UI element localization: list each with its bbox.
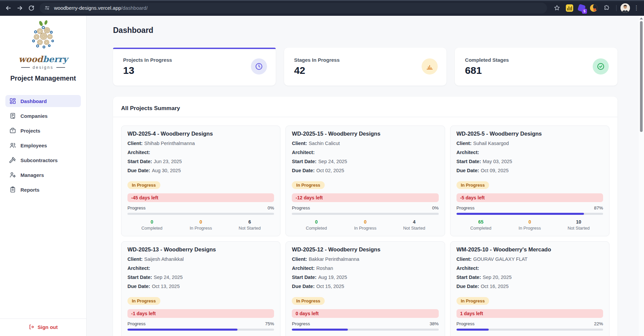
extension-purple-icon[interactable]: 5 — [577, 3, 587, 13]
back-button[interactable] — [3, 2, 14, 14]
reload-icon — [28, 5, 35, 11]
project-architect-row: Architect: — [127, 266, 274, 271]
puzzle-icon — [603, 5, 610, 11]
panel-title: All Projects Summary — [121, 105, 609, 112]
progress-fill — [292, 329, 347, 331]
sidebar-item-managers[interactable]: Managers — [5, 169, 81, 181]
scrollbar-up-arrow[interactable] — [640, 17, 643, 19]
project-client-row: Client:Shihab Perinthalmanna — [127, 141, 274, 146]
project-start-row: Start Date:Sep 20, 2025 — [457, 275, 603, 280]
due-date-value: Oct 15, 2025 — [316, 284, 344, 289]
progress-percent: 38% — [430, 321, 439, 326]
reports-icon — [9, 186, 16, 193]
sidebar-item-label: Managers — [20, 172, 44, 178]
progress-label: Progress — [292, 205, 310, 210]
sidebar-item-employees[interactable]: Employees — [5, 139, 81, 151]
progress-label: Progress — [457, 321, 475, 326]
toolbar-actions: 5 ⋮ — [551, 2, 641, 14]
extension-badge: 5 — [582, 9, 587, 14]
project-title: WD-2025-4 - Woodberry Designs — [127, 131, 274, 137]
clock-icon — [251, 58, 267, 75]
sidebar-item-label: Projects — [20, 128, 40, 134]
extension-moon-icon[interactable] — [589, 3, 599, 13]
client-label: Client: — [457, 256, 472, 262]
projects-grid: WD-2025-4 - Woodberry Designs Client:Shi… — [121, 126, 609, 336]
start-date-value: Aug 19, 2025 — [318, 275, 347, 280]
project-footer: 0 Completed 0 In Progress 6 Not Started — [127, 219, 274, 231]
not-started-stat: 4 Not Started — [390, 219, 439, 231]
employees-icon — [9, 142, 16, 149]
scrollbar-thumb[interactable] — [640, 21, 643, 132]
forward-button[interactable] — [14, 2, 25, 14]
menu-button[interactable]: ⋮ — [632, 4, 641, 11]
start-date-value: May 03, 2025 — [483, 159, 512, 164]
profile-avatar[interactable] — [621, 3, 630, 13]
project-architect-row: Architect: — [457, 266, 603, 271]
days-left-banner: -45 days left — [127, 193, 274, 202]
app-title: Project Management — [0, 75, 86, 82]
project-card[interactable]: WM-2025-10 - Woodberry's Mercado Client:… — [450, 241, 609, 336]
dashboard-icon — [9, 98, 16, 104]
progress-label: Progress — [292, 321, 310, 326]
project-card[interactable]: WD-2025-4 - Woodberry Designs Client:Shi… — [121, 126, 280, 236]
sidebar-item-projects[interactable]: Projects — [5, 125, 81, 137]
project-card[interactable]: WD-2025-12 - Woodberry Designs Client:Ba… — [285, 241, 445, 336]
bookmark-button[interactable] — [551, 2, 562, 14]
completed-count: 65 — [457, 219, 505, 225]
project-start-row: Start Date:Aug 19, 2025 — [292, 275, 438, 280]
extensions-button[interactable] — [601, 2, 612, 14]
sidebar-item-dashboard[interactable]: Dashboard — [5, 95, 81, 107]
architect-label: Architect: — [127, 266, 150, 271]
not-started-label: Not Started — [554, 226, 603, 231]
in-progress-count: 0 — [176, 219, 225, 225]
stat-label: Stages In Progress — [294, 57, 437, 63]
address-bar[interactable]: woodberry-designs.vercel.app/dashboard/ — [40, 3, 547, 13]
project-start-row: Start Date:May 03, 2025 — [457, 159, 603, 164]
progress-percent: 22% — [594, 321, 603, 326]
project-due-row: Due Date:Oct 15, 2025 — [292, 284, 438, 289]
not-started-count: 4 — [390, 219, 439, 225]
progress-label: Progress — [127, 321, 146, 326]
project-title: WD-2025-15 - Woodberry Designs — [292, 131, 438, 137]
client-label: Client: — [292, 141, 307, 146]
project-title: WD-2025-12 - Woodberry Designs — [292, 246, 438, 253]
not-started-stat: 6 Not Started — [225, 219, 274, 231]
project-title: WM-2025-10 - Woodberry's Mercado — [457, 246, 603, 253]
project-due-row: Due Date:Oct 16, 2025 — [457, 284, 603, 289]
progress-percent: 0% — [268, 205, 274, 210]
sidebar-nav: Dashboard Companies Projects Employees S… — [0, 95, 86, 196]
client-value: Bakkar Perinthalmanna — [309, 256, 359, 262]
project-card[interactable]: WD-2025-5 - Woodberry Designs Client:Suh… — [450, 126, 609, 236]
project-card[interactable]: WD-2025-15 - Woodberry Designs Client:Sa… — [285, 126, 445, 236]
project-due-row: Due Date:Oct 02, 2025 — [292, 168, 438, 173]
completed-stat: 0 Completed — [127, 219, 176, 231]
not-started-count: 10 — [554, 219, 603, 225]
sidebar-item-subcontractors[interactable]: Subcontractors — [5, 154, 81, 166]
brand-wordmark: woodberry — [18, 54, 68, 64]
stat-card-stages-in-progress: Stages In Progress 42 — [284, 48, 447, 86]
in-progress-label: In Progress — [341, 226, 390, 231]
sidebar-item-companies[interactable]: Companies — [5, 110, 81, 122]
sign-out-icon — [29, 324, 35, 330]
due-date-value: Aug 30, 2025 — [152, 168, 181, 173]
due-date-label: Due Date: — [292, 168, 315, 173]
stat-card-projects-in-progress: Projects In Progress 13 — [113, 48, 276, 86]
due-date-label: Due Date: — [127, 284, 150, 289]
in-progress-label: In Progress — [505, 226, 554, 231]
sidebar-item-reports[interactable]: Reports — [5, 184, 81, 196]
project-card[interactable]: WD-2025-13 - Woodberry Designs Client:Sa… — [121, 241, 280, 336]
progress-track — [292, 329, 438, 331]
sidebar-item-label: Subcontractors — [20, 157, 58, 163]
progress-track — [457, 213, 603, 215]
architect-label: Architect: — [292, 150, 315, 155]
extension-chart-icon[interactable] — [565, 3, 575, 13]
project-architect-row: Architect: — [127, 150, 274, 155]
sign-out-button[interactable]: Sign out — [0, 319, 86, 336]
progress-row: Progress 0% — [127, 205, 274, 210]
project-start-row: Start Date:Sep 24, 2025 — [292, 159, 438, 164]
scrollbar[interactable] — [639, 16, 644, 336]
site-settings-icon[interactable] — [44, 5, 50, 11]
reload-button[interactable] — [25, 2, 37, 14]
project-footer: 0 Completed 0 In Progress 4 Not Started — [292, 219, 438, 231]
completed-count: 0 — [292, 219, 341, 225]
